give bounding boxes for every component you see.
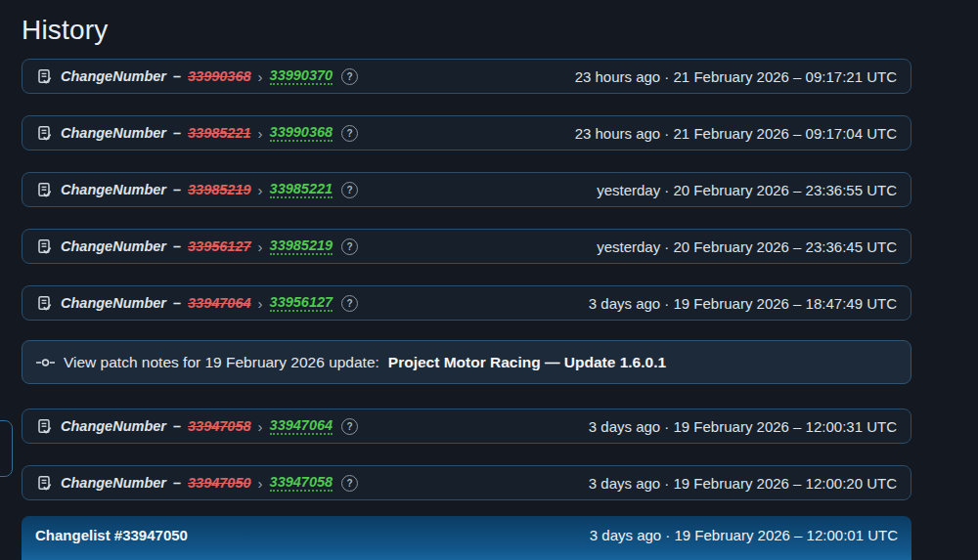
changelog-icon xyxy=(36,475,52,492)
change-label: ChangeNumber xyxy=(61,182,166,197)
dash: – xyxy=(173,418,181,434)
changelog-icon xyxy=(36,182,52,198)
new-changenumber-link[interactable]: 33956127 xyxy=(270,295,333,312)
new-changenumber-link[interactable]: 33947058 xyxy=(270,475,333,492)
old-changenumber: 33947050 xyxy=(188,475,251,491)
help-icon[interactable]: ? xyxy=(341,295,358,312)
timestamp: 3 days ago · 19 February 2026 – 12:00:01… xyxy=(590,527,898,543)
old-changenumber: 33956127 xyxy=(188,238,251,254)
arrow-separator: › xyxy=(258,238,263,255)
change-label: ChangeNumber xyxy=(61,418,166,434)
history-row[interactable]: ChangeNumber – 33947058 › 33947064 ? 3 d… xyxy=(22,409,911,444)
arrow-separator: › xyxy=(258,182,263,198)
history-row[interactable]: ChangeNumber – 33956127 › 33985219 ? yes… xyxy=(22,229,911,264)
patch-notes-row[interactable]: View patch notes for 19 February 2026 up… xyxy=(22,340,911,384)
history-row[interactable]: ChangeNumber – 33947050 › 33947058 ? 3 d… xyxy=(22,465,911,500)
changelog-icon xyxy=(36,125,52,142)
arrow-separator: › xyxy=(258,68,263,85)
change-summary: ChangeNumber – 33947058 › 33947064 ? xyxy=(36,418,358,435)
change-summary: ChangeNumber – 33985219 › 33985221 ? xyxy=(36,182,358,198)
history-row[interactable]: ChangeNumber – 33985221 › 33990368 ? 23 … xyxy=(22,115,911,151)
timestamp: yesterday · 20 February 2026 – 23:36:55 … xyxy=(597,182,897,198)
change-summary: ChangeNumber – 33947064 › 33956127 ? xyxy=(36,295,358,312)
history-row[interactable]: ChangeNumber – 33990368 › 33990370 ? 23 … xyxy=(22,59,911,94)
history-row[interactable]: ChangeNumber – 33947064 › 33956127 ? 3 d… xyxy=(22,285,911,321)
timestamp: 3 days ago · 19 February 2026 – 18:47:49… xyxy=(589,295,897,312)
change-label: ChangeNumber xyxy=(61,295,166,311)
help-icon[interactable]: ? xyxy=(341,125,358,142)
history-row[interactable]: ChangeNumber – 33985219 › 33985221 ? yes… xyxy=(22,172,911,207)
new-changenumber-link[interactable]: 33985221 xyxy=(270,182,333,198)
page-title: History xyxy=(22,14,978,46)
change-summary: ChangeNumber – 33985221 › 33990368 ? xyxy=(36,125,358,142)
help-icon[interactable]: ? xyxy=(341,68,358,85)
change-summary: ChangeNumber – 33947050 › 33947058 ? xyxy=(36,475,358,492)
changelog-icon xyxy=(36,295,52,312)
change-label: ChangeNumber xyxy=(61,475,166,491)
change-summary: ChangeNumber – 33956127 › 33985219 ? xyxy=(36,238,358,255)
changelist-row-highlighted[interactable]: Changelist #33947050 3 days ago · 19 Feb… xyxy=(22,516,911,560)
left-edge-partial-element xyxy=(0,420,13,477)
arrow-separator: › xyxy=(258,125,263,142)
new-changenumber-link[interactable]: 33990370 xyxy=(270,68,333,85)
old-changenumber: 33985221 xyxy=(188,125,251,141)
commit-icon xyxy=(36,357,55,368)
dash: – xyxy=(173,182,181,197)
change-label: ChangeNumber xyxy=(61,68,166,84)
dash: – xyxy=(173,295,181,311)
dash: – xyxy=(173,68,181,84)
patch-notes-prefix: View patch notes for 19 February 2026 up… xyxy=(64,354,379,371)
help-icon[interactable]: ? xyxy=(341,238,358,255)
help-icon[interactable]: ? xyxy=(341,418,358,435)
old-changenumber: 33985219 xyxy=(188,182,251,197)
changelog-icon xyxy=(36,238,52,255)
old-changenumber: 33947064 xyxy=(188,295,251,311)
change-label: ChangeNumber xyxy=(61,125,166,141)
old-changenumber: 33990368 xyxy=(188,68,251,84)
dash: – xyxy=(173,238,181,254)
dash: – xyxy=(173,475,181,491)
patch-notes-title: Project Motor Racing — Update 1.6.0.1 xyxy=(388,354,666,371)
changelog-icon xyxy=(36,68,52,85)
new-changenumber-link[interactable]: 33947064 xyxy=(270,418,333,435)
timestamp: 23 hours ago · 21 February 2026 – 09:17:… xyxy=(575,68,897,85)
changelist-label: Changelist #33947050 xyxy=(35,527,188,543)
change-label: ChangeNumber xyxy=(61,238,166,254)
timestamp: 23 hours ago · 21 February 2026 – 09:17:… xyxy=(575,125,897,142)
help-icon[interactable]: ? xyxy=(341,182,358,198)
dash: – xyxy=(173,125,181,141)
changelog-icon xyxy=(36,418,52,435)
old-changenumber: 33947058 xyxy=(188,418,251,434)
new-changenumber-link[interactable]: 33985219 xyxy=(270,238,333,255)
help-icon[interactable]: ? xyxy=(341,475,358,492)
timestamp: yesterday · 20 February 2026 – 23:36:45 … xyxy=(597,238,897,255)
arrow-separator: › xyxy=(258,418,263,435)
arrow-separator: › xyxy=(258,295,263,312)
timestamp: 3 days ago · 19 February 2026 – 12:00:31… xyxy=(589,418,897,435)
timestamp: 3 days ago · 19 February 2026 – 12:00:20… xyxy=(589,475,897,492)
new-changenumber-link[interactable]: 33990368 xyxy=(270,125,333,142)
arrow-separator: › xyxy=(258,475,263,492)
change-summary: ChangeNumber – 33990368 › 33990370 ? xyxy=(36,68,358,85)
history-list: ChangeNumber – 33990368 › 33990370 ? 23 … xyxy=(22,59,911,560)
